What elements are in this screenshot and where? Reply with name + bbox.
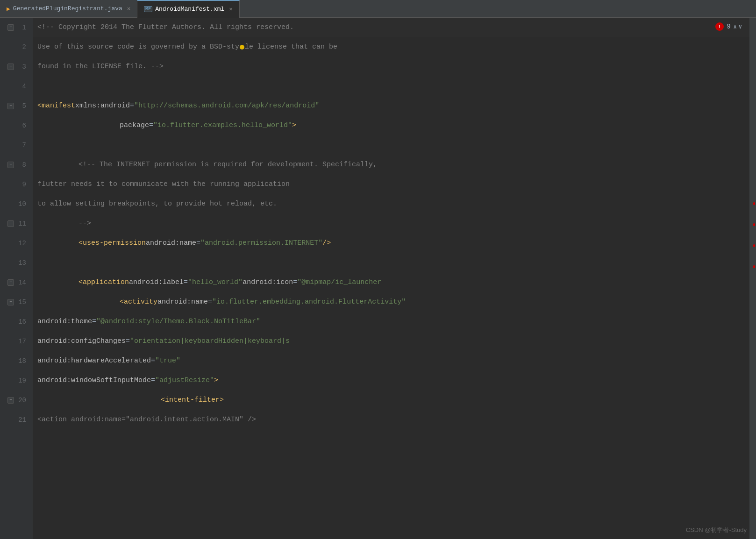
- tab-xml-label: AndroidManifest.xml: [155, 6, 224, 13]
- fold-icon-15[interactable]: −: [7, 299, 14, 305]
- tab-xml-close[interactable]: ✕: [229, 6, 232, 13]
- line-num-16: 16: [0, 312, 28, 332]
- code-line-16: android:theme="@android:style/Theme.Blac…: [33, 312, 749, 332]
- code-line-7: [33, 135, 749, 155]
- fold-icon-20[interactable]: −: [7, 397, 14, 404]
- fold-icon-8[interactable]: −: [7, 162, 14, 168]
- code-line-9: flutter needs it to communicate with the…: [33, 175, 749, 194]
- line-number-val-6: 6: [16, 116, 26, 135]
- error-marker-3: [753, 244, 755, 247]
- line-num-7: 7: [0, 135, 28, 155]
- line-num-5: −5: [0, 96, 28, 116]
- line-number-val-20: 20: [16, 390, 26, 410]
- line-num-11: −11: [0, 214, 28, 234]
- line-number-val-17: 17: [16, 332, 26, 351]
- line-number-val-16: 16: [16, 312, 26, 332]
- line-num-4: 4: [0, 77, 28, 96]
- code-line-8: <!-- The INTERNET permission is required…: [33, 155, 749, 175]
- code-line-10: to allow setting breakpoints, to provide…: [33, 194, 749, 214]
- code-line-1: <!-- Copyright 2014 The Flutter Authors.…: [33, 18, 749, 37]
- code-line-11: -->: [33, 214, 749, 234]
- line-num-1: −1: [0, 18, 28, 37]
- line-number-val-13: 13: [16, 253, 26, 273]
- nav-up-arrow[interactable]: ∧: [734, 23, 737, 30]
- line-num-12: 12: [0, 234, 28, 253]
- line-number-val-2: 2: [16, 37, 26, 57]
- line-number-val-11: 11: [16, 214, 26, 234]
- fold-icon-11[interactable]: −: [7, 220, 14, 227]
- line-num-19: 19: [0, 371, 28, 390]
- editor: ! 9 ∧ ∨ −12−34−567−8910−111213−14−151617…: [0, 18, 756, 539]
- line-num-10: 10: [0, 194, 28, 214]
- line-number-val-7: 7: [16, 135, 26, 155]
- code-line-12: <uses-permission android:name="android.p…: [33, 234, 749, 253]
- nav-down-arrow[interactable]: ∨: [739, 23, 742, 30]
- line-num-20: −20: [0, 390, 28, 410]
- line-number-val-4: 4: [16, 77, 26, 96]
- line-num-14: −14: [0, 273, 28, 292]
- tab-bar: ▶ GeneratedPluginRegistrant.java ✕ MF An…: [0, 0, 756, 18]
- code-line-15: <activity android:name="io.flutter.embed…: [33, 292, 749, 312]
- line-num-3: −3: [0, 57, 28, 77]
- code-line-5: <manifest xmlns:android="http://schemas.…: [33, 96, 749, 116]
- line-number-val-19: 19: [16, 371, 26, 390]
- code-line-14: <application android:label="hello_world"…: [33, 273, 749, 292]
- line-number-val-12: 12: [16, 234, 26, 253]
- line-number-val-10: 10: [16, 194, 26, 214]
- line-number-val-8: 8: [16, 155, 26, 175]
- line-num-15: −15: [0, 292, 28, 312]
- code-line-17: android:configChanges="orientation|keybo…: [33, 332, 749, 351]
- line-number-val-3: 3: [16, 57, 26, 77]
- tab-java-close[interactable]: ✕: [127, 5, 130, 12]
- fold-icon-5[interactable]: −: [7, 103, 14, 109]
- line-number-val-18: 18: [16, 351, 26, 371]
- error-marker-4: [753, 265, 755, 268]
- line-num-21: 21: [0, 410, 28, 430]
- watermark: CSDN @初学者-Study: [686, 526, 747, 534]
- line-num-17: 17: [0, 332, 28, 351]
- java-file-icon: ▶: [7, 5, 10, 13]
- line-num-2: 2: [0, 37, 28, 57]
- error-marker-2: [753, 223, 755, 226]
- code-line-18: android:hardwareAccelerated="true": [33, 351, 749, 371]
- line-number-val-15: 15: [16, 292, 26, 312]
- error-count: 9: [727, 23, 730, 30]
- code-line-13: [33, 253, 749, 273]
- line-num-8: −8: [0, 155, 28, 175]
- fold-icon-14[interactable]: −: [7, 279, 14, 286]
- tab-xml[interactable]: MF AndroidManifest.xml ✕: [137, 0, 239, 18]
- line-number-val-14: 14: [16, 273, 26, 292]
- code-line-4: [33, 77, 749, 96]
- code-line-6: package="io.flutter.examples.hello_world…: [33, 116, 749, 135]
- line-num-6: 6: [0, 116, 28, 135]
- line-num-9: 9: [0, 175, 28, 194]
- error-circle-icon: !: [715, 22, 724, 31]
- scrollbar[interactable]: [749, 18, 756, 539]
- line-num-18: 18: [0, 351, 28, 371]
- code-area[interactable]: <!-- Copyright 2014 The Flutter Authors.…: [33, 18, 749, 539]
- error-marker-1: [753, 202, 755, 205]
- tab-java[interactable]: ▶ GeneratedPluginRegistrant.java ✕: [0, 0, 137, 18]
- code-line-21: <action android:name="android.intent.act…: [33, 410, 749, 430]
- fold-icon-3[interactable]: −: [7, 64, 14, 70]
- code-line-2: Use of this source code is governed by a…: [33, 37, 749, 57]
- line-number-val-21: 21: [16, 410, 26, 430]
- code-line-19: android:windowSoftInputMode="adjustResiz…: [33, 371, 749, 390]
- tab-java-label: GeneratedPluginRegistrant.java: [13, 5, 122, 12]
- code-line-3: found in the LICENSE file. -->: [33, 57, 749, 77]
- line-num-13: 13: [0, 253, 28, 273]
- line-number-gutter: −12−34−567−8910−111213−14−1516171819−202…: [0, 18, 33, 539]
- error-badge: ! 9 ∧ ∨: [715, 22, 742, 31]
- code-line-20: <intent-filter>: [33, 390, 749, 410]
- xml-file-icon: MF: [144, 6, 152, 12]
- line-number-val-1: 1: [16, 18, 26, 37]
- line-number-val-5: 5: [16, 96, 26, 116]
- fold-icon-1[interactable]: −: [7, 24, 14, 31]
- line-number-val-9: 9: [16, 175, 26, 194]
